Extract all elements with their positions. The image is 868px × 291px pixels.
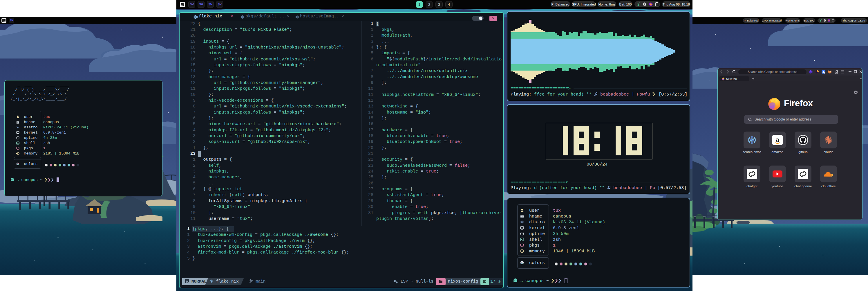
svg-text:a: a bbox=[776, 136, 779, 143]
